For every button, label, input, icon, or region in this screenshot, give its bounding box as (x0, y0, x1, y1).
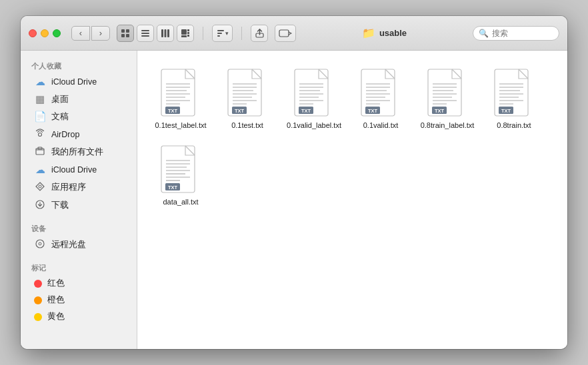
file-name: 0.8train.txt (497, 121, 531, 130)
view-list-button[interactable] (137, 25, 154, 42)
icloud-icon: ☁ (34, 76, 46, 88)
sidebar-item-icloud-drive[interactable]: ☁ iCloud Drive (23, 73, 134, 91)
sidebar-item-label: 橙色 (47, 294, 65, 306)
txt-file-icon: TXT (360, 68, 401, 117)
svg-point-25 (36, 240, 44, 248)
svg-text:TXT: TXT (301, 108, 311, 114)
svg-text:TXT: TXT (235, 108, 245, 114)
svg-rect-8 (165, 29, 167, 37)
sidebar-item-tag-orange[interactable]: 橙色 (23, 292, 134, 308)
sidebar-item-all-files[interactable]: 我的所有文件 (23, 143, 134, 161)
sidebar-item-label: 远程光盘 (51, 239, 86, 250)
file-item[interactable]: TXT 0.1valid_label.txt (284, 64, 344, 134)
view-cover-button[interactable] (177, 25, 194, 42)
sidebar-item-label: 我的所有文件 (51, 147, 103, 158)
svg-rect-12 (187, 32, 189, 34)
sidebar-item-label: 下载 (51, 200, 69, 211)
search-input[interactable] (492, 29, 552, 38)
txt-file-icon: TXT (160, 145, 201, 194)
forward-button[interactable]: › (91, 26, 110, 41)
txt-file-icon: TXT (160, 68, 201, 117)
maximize-button[interactable] (53, 29, 61, 37)
sidebar-item-label: 红色 (47, 278, 65, 289)
svg-text:TXT: TXT (168, 108, 178, 114)
sidebar-item-applications[interactable]: 应用程序 (23, 179, 134, 196)
svg-point-23 (39, 185, 41, 188)
file-item[interactable]: TXT 0.8train_label.txt (417, 64, 477, 134)
sidebar-item-documents[interactable]: 📄 文稿 (23, 108, 134, 125)
window-title: usable (379, 28, 407, 38)
yellow-tag-dot (34, 313, 42, 321)
view-icon-button[interactable] (117, 25, 134, 42)
sidebar-item-optical[interactable]: 远程光盘 (23, 236, 134, 254)
applications-icon (34, 181, 46, 194)
sidebar-item-label: AirDrop (51, 130, 79, 139)
minimize-button[interactable] (41, 29, 49, 37)
svg-rect-11 (187, 29, 189, 31)
svg-point-20 (39, 133, 42, 137)
svg-rect-17 (217, 35, 220, 37)
share-button[interactable] (251, 25, 268, 42)
finder-window: ‹ › (21, 16, 567, 349)
sidebar-item-label: 桌面 (51, 94, 69, 105)
arrange-button[interactable]: ▾ (212, 25, 233, 42)
file-item[interactable]: TXT 0.1test.txt (217, 64, 277, 134)
tags-section-label: 标记 (21, 259, 137, 275)
personal-section-label: 个人收藏 (21, 57, 137, 73)
file-name: 0.1test_label.txt (155, 121, 206, 130)
sidebar-item-airdrop[interactable]: AirDrop (23, 125, 134, 143)
file-name: 0.1test.txt (231, 121, 263, 130)
window-title-area: 📁 usable (303, 27, 466, 39)
toolbar-sep-2 (241, 27, 242, 40)
file-item[interactable]: TXT 0.8train.txt (484, 64, 544, 134)
svg-rect-10 (181, 29, 187, 35)
svg-rect-13 (187, 35, 189, 37)
file-name: 0.1valid.txt (363, 121, 399, 130)
svg-rect-6 (141, 35, 149, 37)
sidebar-item-icloud-drive2[interactable]: ☁ iCloud Drive (23, 161, 134, 179)
file-name: 0.8train_label.txt (421, 121, 475, 130)
sidebar-item-downloads[interactable]: 下载 (23, 196, 134, 214)
back-button[interactable]: ‹ (71, 26, 90, 41)
svg-point-26 (39, 242, 41, 245)
view-columns-button[interactable] (157, 25, 174, 42)
search-box[interactable]: 🔍 (473, 26, 559, 41)
sidebar-item-tag-yellow[interactable]: 黄色 (23, 308, 134, 325)
sidebar-item-tag-red[interactable]: 红色 (23, 275, 134, 292)
search-icon: 🔍 (479, 29, 489, 38)
toolbar-sep-1 (203, 27, 203, 40)
titlebar: ‹ › (21, 16, 567, 51)
file-item[interactable]: TXT data_all.txt (151, 141, 211, 210)
orange-tag-dot (34, 296, 42, 304)
svg-rect-19 (279, 30, 289, 37)
file-item[interactable]: TXT 0.1test_label.txt (151, 64, 211, 134)
all-files-icon (34, 146, 46, 159)
desktop-icon: ▦ (34, 93, 46, 105)
optical-icon (34, 238, 46, 251)
traffic-lights (29, 29, 61, 37)
view-buttons (117, 25, 194, 42)
sidebar-item-label: iCloud Drive (51, 77, 97, 87)
sidebar-item-label: iCloud Drive (51, 165, 97, 175)
tag-button[interactable] (275, 25, 296, 42)
airdrop-icon (34, 128, 46, 141)
svg-rect-15 (217, 30, 224, 31)
icloud2-icon: ☁ (34, 164, 46, 176)
svg-rect-4 (141, 30, 149, 31)
file-name: 0.1valid_label.txt (287, 121, 341, 130)
file-name: data_all.txt (163, 197, 198, 206)
sidebar-item-desktop[interactable]: ▦ 桌面 (23, 91, 134, 108)
txt-file-icon: TXT (493, 68, 535, 117)
svg-rect-14 (181, 35, 187, 37)
close-button[interactable] (29, 29, 37, 37)
file-grid: TXT 0.1test_label.txt TXT 0.1test.txt (151, 64, 554, 211)
svg-rect-0 (121, 29, 125, 33)
txt-file-icon: TXT (293, 68, 335, 117)
folder-icon: 📁 (362, 27, 375, 39)
sidebar-item-label: 文稿 (51, 111, 69, 123)
nav-buttons: ‹ › (71, 26, 110, 41)
svg-text:TXT: TXT (368, 108, 378, 114)
file-item[interactable]: TXT 0.1valid.txt (351, 64, 411, 134)
svg-text:TXT: TXT (435, 108, 445, 114)
svg-rect-2 (121, 34, 125, 37)
